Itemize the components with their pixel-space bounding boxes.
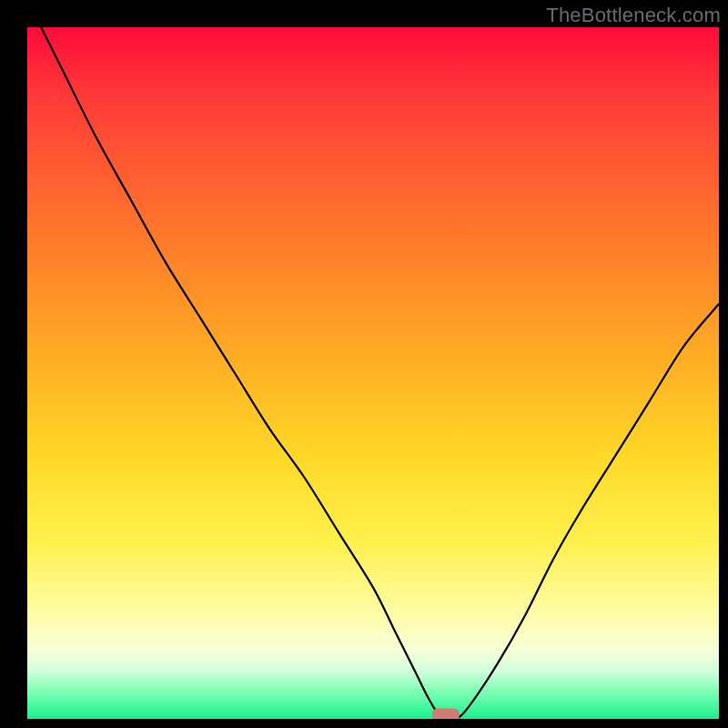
minimum-marker-icon [432,708,460,719]
plot-area [27,27,719,719]
bottleneck-curve [41,27,719,719]
watermark-text: TheBottleneck.com [546,4,721,27]
chart-frame: TheBottleneck.com [0,0,728,728]
curve-svg [27,27,719,719]
